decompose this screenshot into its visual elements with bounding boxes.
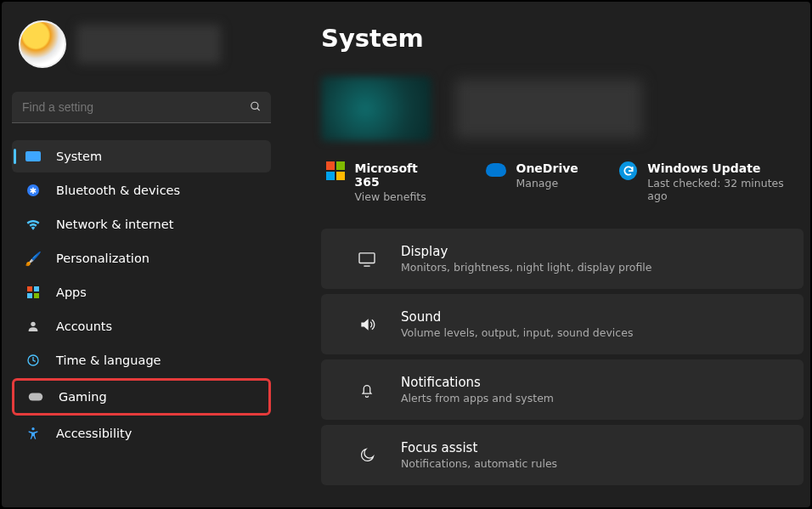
quick-link-title: Microsoft 365 — [355, 161, 445, 189]
card-sub: Notifications, automatic rules — [401, 457, 557, 470]
sound-icon — [357, 314, 377, 335]
sidebar-item-time-language[interactable]: Time & language — [12, 344, 271, 376]
svg-rect-4 — [29, 393, 43, 401]
quick-link-sub: Last checked: 32 minutes ago — [647, 177, 804, 202]
bluetooth-icon: ✱ — [25, 183, 41, 198]
gamepad-icon — [28, 389, 43, 404]
moon-icon — [357, 445, 377, 466]
display-icon — [357, 249, 377, 269]
onedrive-icon — [486, 163, 506, 177]
card-display[interactable]: Display Monitors, brightness, night ligh… — [321, 229, 804, 289]
wifi-icon — [25, 217, 41, 232]
quick-link-windows-update[interactable]: Windows Update Last checked: 32 minutes … — [619, 161, 804, 203]
monitor-icon — [25, 149, 41, 164]
card-sub: Volume levels, output, input, sound devi… — [401, 326, 633, 339]
sidebar-item-accounts[interactable]: Accounts — [12, 310, 271, 342]
sidebar-item-label: System — [56, 150, 102, 163]
sidebar-item-accessibility[interactable]: Accessibility — [12, 417, 271, 450]
sidebar-item-gaming[interactable]: Gaming — [12, 378, 271, 416]
sidebar-item-label: Gaming — [59, 390, 107, 404]
quick-links-row: Microsoft 365 View benefits OneDrive Man… — [321, 161, 804, 203]
person-icon — [25, 319, 41, 334]
quick-link-sub: Manage — [516, 177, 578, 189]
device-wallpaper-thumb — [321, 76, 431, 141]
card-title: Notifications — [401, 375, 554, 390]
svg-rect-6 — [359, 252, 375, 263]
device-name-redacted — [455, 79, 642, 139]
card-focus-assist[interactable]: Focus assist Notifications, automatic ru… — [321, 425, 804, 485]
card-sub: Alerts from apps and system — [401, 392, 554, 404]
accessibility-icon — [25, 426, 41, 441]
sidebar-item-network[interactable]: Network & internet — [12, 208, 271, 240]
search-input[interactable] — [12, 92, 271, 123]
windows-update-icon — [619, 161, 638, 180]
sidebar-item-label: Bluetooth & devices — [56, 184, 180, 197]
sidebar-item-label: Time & language — [56, 353, 161, 367]
card-notifications[interactable]: Notifications Alerts from apps and syste… — [321, 359, 804, 420]
sidebar-item-label: Apps — [56, 286, 87, 299]
avatar — [19, 20, 66, 68]
paintbrush-icon: 🖌️ — [25, 251, 41, 266]
settings-cards: Display Monitors, brightness, night ligh… — [321, 229, 804, 485]
clock-globe-icon — [25, 353, 41, 368]
sidebar-item-bluetooth[interactable]: ✱ Bluetooth & devices — [12, 174, 271, 206]
microsoft-365-icon — [326, 161, 345, 180]
quick-link-ms365[interactable]: Microsoft 365 View benefits — [326, 161, 445, 203]
quick-link-title: OneDrive — [516, 161, 578, 175]
main-content: System Microsoft 365 View benefits OneDr… — [282, 2, 810, 507]
bell-icon — [357, 380, 377, 400]
quick-link-onedrive[interactable]: OneDrive Manage — [486, 161, 578, 203]
settings-window: System ✱ Bluetooth & devices Network & i… — [2, 2, 810, 507]
card-sound[interactable]: Sound Volume levels, output, input, soun… — [321, 294, 804, 354]
quick-link-title: Windows Update — [647, 161, 804, 175]
apps-icon — [25, 285, 41, 300]
sidebar: System ✱ Bluetooth & devices Network & i… — [2, 2, 282, 507]
card-title: Sound — [401, 309, 633, 325]
sidebar-item-personalization[interactable]: 🖌️ Personalization — [12, 242, 271, 274]
sidebar-item-label: Accounts — [56, 320, 112, 333]
svg-point-5 — [31, 427, 34, 430]
sidebar-item-label: Personalization — [56, 252, 149, 265]
page-title: System — [321, 24, 804, 53]
sidebar-item-apps[interactable]: Apps — [12, 276, 271, 308]
sidebar-nav: System ✱ Bluetooth & devices Network & i… — [12, 140, 282, 450]
card-sub: Monitors, brightness, night light, displ… — [401, 261, 651, 274]
quick-link-sub: View benefits — [355, 190, 445, 203]
user-name-redacted — [76, 25, 221, 64]
sidebar-item-label: Network & internet — [56, 218, 173, 231]
sidebar-item-label: Accessibility — [56, 427, 132, 440]
search-icon — [250, 100, 262, 115]
svg-line-1 — [257, 108, 260, 110]
card-title: Display — [401, 244, 651, 259]
search-container — [12, 92, 275, 123]
svg-point-0 — [251, 102, 258, 109]
user-account-row[interactable] — [12, 12, 282, 76]
card-title: Focus assist — [401, 440, 557, 455]
device-hero — [321, 76, 804, 141]
sidebar-item-system[interactable]: System — [12, 140, 271, 172]
svg-point-2 — [31, 322, 35, 326]
